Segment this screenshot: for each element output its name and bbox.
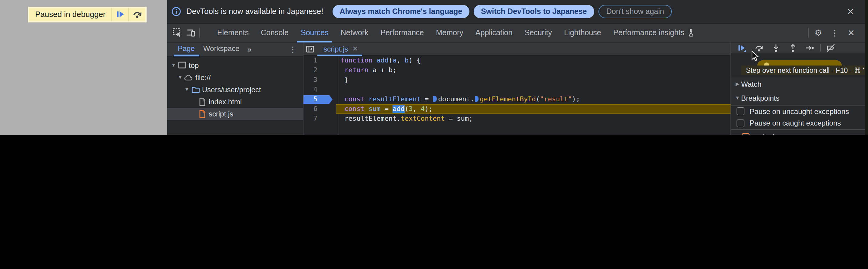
tree-item-users-user-project[interactable]: ▼Users/user/project bbox=[167, 83, 303, 96]
always-match-language-button[interactable]: Always match Chrome's language bbox=[332, 5, 469, 18]
code-line-2[interactable]: 2 return a + b; bbox=[303, 65, 730, 75]
line-number[interactable]: 3 bbox=[303, 75, 339, 85]
resume-script-button[interactable] bbox=[112, 8, 129, 21]
tab-network[interactable]: Network bbox=[335, 23, 375, 43]
tree-item-label: index.html bbox=[209, 97, 242, 106]
tree-item-file-[interactable]: ▼file:// bbox=[167, 71, 303, 83]
code-line-5[interactable]: 5 const resultElement = document.getElem… bbox=[303, 95, 730, 104]
breakpoints-row[interactable]: ▼Breakpoints bbox=[730, 91, 865, 105]
code-token: 4 bbox=[421, 105, 425, 113]
line-number[interactable]: 6 bbox=[303, 104, 339, 114]
editor-pane: script.js ✕ 1function add(a, b) {2 retur… bbox=[303, 43, 730, 135]
line-number[interactable]: 7 bbox=[303, 114, 339, 124]
resume-button[interactable] bbox=[733, 42, 750, 53]
tree-item-top[interactable]: ▼top bbox=[167, 59, 303, 71]
script-js-row[interactable]: ▼script.js bbox=[730, 129, 865, 135]
file-tree: ▼top▼file://▼Users/user/projectindex.htm… bbox=[167, 57, 303, 120]
code-editor[interactable]: 1function add(a, b) {2 return a + b;3 }4… bbox=[303, 56, 730, 135]
code-token: a + b; bbox=[369, 66, 397, 74]
step-button[interactable] bbox=[801, 42, 818, 53]
step-out-button[interactable] bbox=[784, 42, 801, 53]
inline-breakpoint-marker-icon[interactable] bbox=[433, 96, 437, 102]
line-number[interactable]: 2 bbox=[303, 65, 339, 75]
device-toolbar-icon bbox=[186, 28, 195, 37]
toggle-navigator-icon[interactable] bbox=[303, 45, 317, 53]
code-line-4[interactable]: 4 bbox=[303, 85, 730, 95]
tab-security[interactable]: Security bbox=[519, 23, 558, 43]
code-line-6[interactable]: 6 const sum = add(3, 4); bbox=[303, 104, 730, 114]
disclosure-down-icon[interactable]: ▼ bbox=[734, 134, 741, 135]
tab-application[interactable]: Application bbox=[469, 23, 519, 43]
device-toolbar-button[interactable] bbox=[184, 27, 197, 39]
code-line-7[interactable]: 7 resultElement.textContent = sum; bbox=[303, 114, 730, 124]
tab-memory[interactable]: Memory bbox=[430, 23, 469, 43]
inspect-icon bbox=[173, 28, 182, 37]
tab-performance-insights[interactable]: Performance insights bbox=[607, 23, 701, 43]
devtools-close-icon[interactable]: ✕ bbox=[843, 27, 859, 39]
code-token: = sum; bbox=[444, 115, 473, 123]
code-token: getElementById bbox=[480, 95, 536, 103]
debugger-sections: ▶Watch▼BreakpointsPause on uncaught exce… bbox=[730, 77, 865, 135]
tree-item-script-js[interactable]: script.js bbox=[167, 108, 303, 120]
step-into-button[interactable] bbox=[767, 42, 784, 53]
editor-tab-close-icon[interactable]: ✕ bbox=[352, 45, 358, 53]
checkbox[interactable] bbox=[736, 107, 744, 115]
step-over-button[interactable] bbox=[129, 8, 146, 21]
pane-divider[interactable] bbox=[730, 43, 731, 135]
step-over-tooltip: Step over next function call - F10 - ⌘ ' bbox=[741, 65, 865, 75]
checkbox-label: Pause on uncaught exceptions bbox=[750, 107, 849, 115]
code-line-3[interactable]: 3 } bbox=[303, 75, 730, 85]
tab-lighthouse[interactable]: Lighthouse bbox=[558, 23, 607, 43]
code-text: const resultElement = document.getElemen… bbox=[339, 95, 730, 104]
tab-elements[interactable]: Elements bbox=[211, 23, 255, 43]
section-label: Watch bbox=[741, 80, 762, 88]
tab-page[interactable]: Page bbox=[174, 42, 199, 56]
tab-workspace[interactable]: Workspace bbox=[199, 42, 244, 56]
code-token: sum bbox=[369, 105, 381, 113]
kebab-menu-icon[interactable]: ⋮ bbox=[827, 27, 843, 39]
screen-edge bbox=[865, 0, 868, 135]
more-tabs-chevron-icon[interactable]: » bbox=[244, 45, 255, 56]
debugger-sidebar: ▶Watch▼BreakpointsPause on uncaught exce… bbox=[730, 43, 865, 135]
expand-arrow-icon[interactable]: ▼ bbox=[184, 87, 190, 92]
settings-gear-icon[interactable]: ⚙ bbox=[810, 27, 826, 39]
code-token: ( bbox=[405, 105, 408, 113]
code-token: resultElement bbox=[369, 95, 421, 103]
section-label: Breakpoints bbox=[741, 94, 780, 102]
tab-console[interactable]: Console bbox=[255, 23, 295, 43]
pause-on-uncaught-exceptions-row[interactable]: Pause on uncaught exceptions bbox=[730, 105, 865, 117]
debugger-toolbar bbox=[730, 43, 865, 53]
inspect-element-button[interactable] bbox=[170, 27, 184, 39]
navigator-kebab-icon[interactable]: ⋮ bbox=[285, 45, 301, 56]
deactivate-breakpoints-button[interactable] bbox=[822, 42, 839, 53]
code-token: = bbox=[381, 105, 393, 113]
disclosure-down-icon[interactable]: ▼ bbox=[734, 95, 741, 101]
divider bbox=[820, 44, 820, 52]
switch-devtools-japanese-button[interactable]: Switch DevTools to Japanese bbox=[474, 5, 594, 18]
dont-show-again-button[interactable]: Don't show again bbox=[598, 5, 672, 18]
expand-arrow-icon[interactable]: ▼ bbox=[177, 75, 183, 80]
breakpoint-marker[interactable]: 5 bbox=[303, 95, 339, 104]
editor-tab-scriptjs[interactable]: script.js ✕ bbox=[317, 42, 362, 55]
pause-on-caught-exceptions-row[interactable]: Pause on caught exceptions bbox=[730, 117, 865, 129]
expand-arrow-icon[interactable]: ▼ bbox=[170, 62, 177, 68]
step-over-icon bbox=[133, 10, 142, 19]
code-line-1[interactable]: 1function add(a, b) { bbox=[303, 56, 730, 65]
inline-breakpoint-marker-icon[interactable] bbox=[475, 96, 478, 102]
disclosure-right-icon[interactable]: ▶ bbox=[734, 81, 741, 87]
line-number[interactable]: 1 bbox=[303, 56, 339, 65]
line-number[interactable]: 4 bbox=[303, 85, 339, 95]
resume-icon bbox=[116, 10, 125, 19]
tree-item-index-html[interactable]: index.html bbox=[167, 96, 303, 108]
code-token: ( bbox=[389, 56, 393, 64]
tab-sources[interactable]: Sources bbox=[295, 23, 335, 43]
tab-label: Security bbox=[525, 29, 552, 37]
pane-divider[interactable] bbox=[303, 43, 304, 135]
infobar-close-icon[interactable]: ✕ bbox=[845, 5, 857, 18]
watch-row[interactable]: ▶Watch bbox=[730, 77, 865, 91]
tab-performance[interactable]: Performance bbox=[374, 23, 430, 43]
code-token: , bbox=[413, 105, 421, 113]
frame-icon bbox=[177, 61, 187, 70]
checkbox[interactable] bbox=[736, 119, 744, 127]
code-token bbox=[373, 56, 376, 64]
